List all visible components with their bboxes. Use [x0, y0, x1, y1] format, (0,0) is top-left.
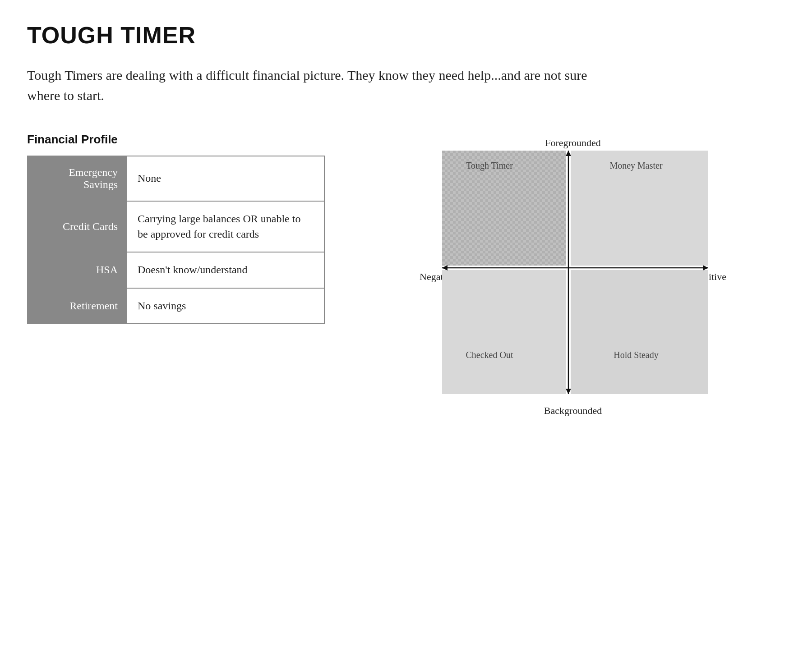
page-title: TOUGH TIMER	[27, 22, 785, 49]
row-value: Carrying large balances OR unable to be …	[127, 201, 324, 252]
row-value: Doesn't know/understand	[127, 252, 324, 288]
checked-out-label: Checked Out	[466, 350, 513, 360]
axis-top-label: Foregrounded	[545, 137, 600, 149]
table-row: HSADoesn't know/understand	[28, 252, 324, 288]
row-label: Credit Cards	[28, 201, 127, 252]
table-row: RetirementNo savings	[28, 288, 324, 324]
right-arrow	[703, 265, 708, 271]
money-master-label: Money Master	[609, 161, 663, 171]
chart-section: Foregrounded Backgrounded Negative Posit…	[361, 133, 785, 417]
tough-timer-label: Tough Timer	[466, 161, 513, 171]
profile-title: Financial Profile	[27, 133, 325, 147]
bottom-arrow	[566, 389, 571, 394]
page-description: Tough Timers are dealing with a difficul…	[27, 65, 614, 106]
profile-section: Financial Profile Emergency SavingsNoneC…	[27, 133, 325, 324]
top-arrow	[566, 151, 571, 156]
left-arrow	[442, 265, 448, 271]
axis-bottom-label: Backgrounded	[544, 405, 602, 417]
row-value: None	[127, 156, 324, 201]
row-label: Retirement	[28, 288, 127, 324]
hold-steady-label: Hold Steady	[614, 350, 658, 360]
quadrant-chart: Tough Timer Money Master Checked Out Hol…	[442, 151, 708, 394]
profile-table: Emergency SavingsNoneCredit CardsCarryin…	[27, 156, 325, 324]
row-label: Emergency Savings	[28, 156, 127, 201]
table-row: Emergency SavingsNone	[28, 156, 324, 201]
row-label: HSA	[28, 252, 127, 288]
quadrant-wrapper: Foregrounded Backgrounded Negative Posit…	[420, 137, 726, 417]
table-row: Credit CardsCarrying large balances OR u…	[28, 201, 324, 252]
row-value: No savings	[127, 288, 324, 324]
content-area: Financial Profile Emergency SavingsNoneC…	[27, 133, 785, 417]
quadrant-hold-steady-bg	[571, 270, 708, 394]
quadrant-checked-out-bg	[442, 270, 566, 394]
